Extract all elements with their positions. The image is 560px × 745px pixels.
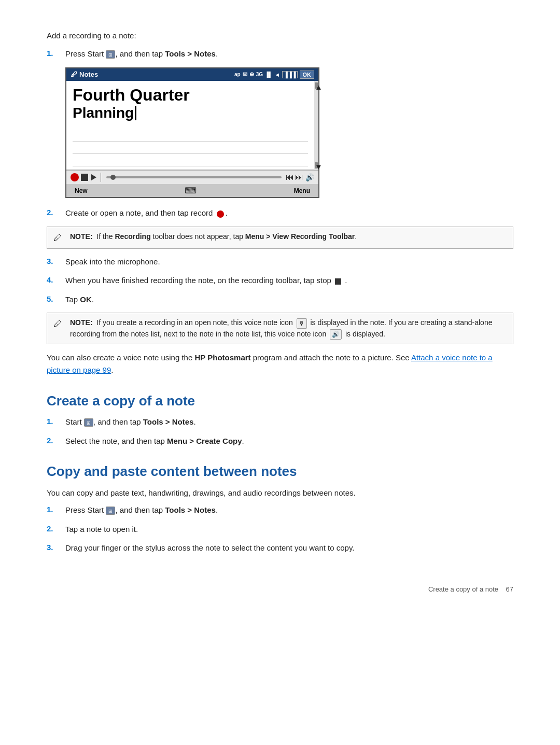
step-3: 3. Speak into the microphone. <box>47 256 513 268</box>
copy-paste-step-1-content: Press Start ⊞, and then tap Tools > Note… <box>65 504 513 516</box>
note-box-1-content: NOTE: If the Recording toolbar does not … <box>70 231 357 242</box>
skip-back-icon[interactable]: ⏮ <box>286 173 294 182</box>
section-heading-copy-paste: Copy and paste content between notes <box>47 463 513 480</box>
device-bottombar: New ⌨ Menu <box>66 184 318 197</box>
copy-paste-step-3-content: Drag your finger or the stylus across th… <box>65 542 513 554</box>
note-line-3 <box>73 154 308 166</box>
start-icon: ⊞ <box>106 50 115 59</box>
message-icon: ✉ <box>243 71 247 78</box>
bluetooth-icon: ⊕ <box>249 71 254 78</box>
keyboard-icon[interactable]: ⌨ <box>185 186 197 195</box>
step-2: 2. Create or open a note, and then tap r… <box>47 207 513 219</box>
stop-inline-icon <box>335 278 341 285</box>
playback-slider[interactable] <box>106 176 282 178</box>
scrollbar-up-arrow[interactable]: ▲ <box>315 82 318 89</box>
note-box-icon: 🖊 <box>53 231 65 244</box>
copy-paste-step-2: 2. Tap a note to open it. <box>47 524 513 536</box>
stop-button[interactable] <box>81 174 88 181</box>
note-title: Fourth Quarter <box>73 86 308 104</box>
create-copy-step-1-number: 1. <box>47 416 65 426</box>
step-3-content: Speak into the microphone. <box>65 256 513 268</box>
step-4-number: 4. <box>47 275 65 284</box>
skip-forward-icon[interactable]: ⏭ <box>295 173 303 182</box>
step-5: 5. Tap OK. <box>47 294 513 306</box>
copy-paste-step-2-number: 2. <box>47 524 65 533</box>
step-2-number: 2. <box>47 207 65 217</box>
start-icon-2: ⊞ <box>84 418 93 427</box>
ok-button[interactable]: OK <box>300 71 315 79</box>
divider <box>101 173 101 182</box>
note-line-2 <box>73 142 308 154</box>
note-box-1: 🖊 NOTE: If the Recording toolbar does no… <box>47 227 513 249</box>
signal-icon: ap <box>234 72 241 77</box>
create-copy-step-1-content: Start ⊞, and then tap Tools > Notes. <box>65 416 513 428</box>
copy-paste-step-2-content: Tap a note to open it. <box>65 524 513 536</box>
text-cursor <box>135 106 136 120</box>
copy-paste-step-1-number: 1. <box>47 504 65 514</box>
voice-note-icon-2: 🔊 <box>330 329 342 340</box>
note-subtitle: Planning <box>73 105 308 121</box>
section-heading-create-copy: Create a copy of a note <box>47 393 513 409</box>
start-icon-3: ⊞ <box>106 507 115 515</box>
device-lines <box>73 129 308 166</box>
voice-note-icon-1: 🎙 <box>297 318 307 329</box>
audio-icon: ◄ <box>274 72 280 78</box>
note-box-2-content: NOTE: If you create a recording in an op… <box>70 317 507 340</box>
signal-bars-icon: ▐▌ <box>265 72 272 77</box>
page-footer: Create a copy of a note 67 <box>47 585 513 593</box>
note-line-1 <box>73 129 308 142</box>
menu-button[interactable]: Menu <box>294 187 310 194</box>
note-box-2: 🖊 NOTE: If you create a recording in an … <box>47 313 513 344</box>
photosmart-text: You can also create a voice note using t… <box>47 352 513 376</box>
copy-paste-step-3-number: 3. <box>47 542 65 552</box>
device-title: 🖊Notes <box>71 71 98 78</box>
device-titlebar-icons: ap ✉ ⊕ 3G ▐▌ ◄ ▐▐▐ OK <box>234 71 314 79</box>
step-2-content: Create or open a note, and then tap reco… <box>65 207 513 219</box>
create-copy-step-2: 2. Select the note, and then tap Menu > … <box>47 435 513 447</box>
device-body-wrapper: Fourth Quarter Planning ▲ ▼ <box>66 81 318 171</box>
device-screenshot: 🖊Notes ap ✉ ⊕ 3G ▐▌ ◄ ▐▐▐ OK Fourth Quar… <box>65 67 319 199</box>
device-body-main: Fourth Quarter Planning <box>66 81 314 171</box>
step-4-content: When you have finished recording the not… <box>65 275 513 287</box>
play-button[interactable] <box>91 174 96 180</box>
copy-paste-intro-text: You can copy and paste text, handwriting… <box>47 487 513 499</box>
device-body: Fourth Quarter Planning <box>66 81 314 171</box>
create-copy-step-2-number: 2. <box>47 435 65 445</box>
step-4: 4. When you have finished recording the … <box>47 275 513 287</box>
record-inline-icon <box>217 210 224 218</box>
new-button[interactable]: New <box>75 187 88 194</box>
footer-text: Create a copy of a note 67 <box>428 585 513 593</box>
create-copy-step-1: 1. Start ⊞, and then tap Tools > Notes. <box>47 416 513 428</box>
recording-toolbar: ⏮ ⏭ 🔊 <box>66 170 318 184</box>
create-copy-step-2-content: Select the note, and then tap Menu > Cre… <box>65 435 513 447</box>
device-titlebar: 🖊Notes ap ✉ ⊕ 3G ▐▌ ◄ ▐▐▐ OK <box>66 68 318 81</box>
network-icon: 3G <box>256 72 263 77</box>
step-3-number: 3. <box>47 256 65 265</box>
record-button[interactable] <box>71 173 79 181</box>
skip-buttons: ⏮ ⏭ <box>286 173 303 182</box>
step-1: 1. Press Start ⊞, and then tap Tools > N… <box>47 48 513 60</box>
copy-paste-step-1: 1. Press Start ⊞, and then tap Tools > N… <box>47 504 513 516</box>
intro-text: Add a recording to a note: <box>47 31 513 40</box>
step-1-number: 1. <box>47 48 65 58</box>
step-1-content: Press Start ⊞, and then tap Tools > Note… <box>65 48 513 60</box>
scrollbar-down-arrow[interactable]: ▼ <box>315 162 318 168</box>
scrollbar-track[interactable]: ▲ ▼ <box>314 81 318 171</box>
speaker-icon[interactable]: 🔊 <box>305 173 314 181</box>
slider-thumb[interactable] <box>110 175 116 180</box>
copy-paste-step-3: 3. Drag your finger or the stylus across… <box>47 542 513 554</box>
note-box-2-icon: 🖊 <box>53 317 65 330</box>
step-5-content: Tap OK. <box>65 294 513 306</box>
battery-icon: ▐▐▐ <box>282 71 297 78</box>
step-5-number: 5. <box>47 294 65 303</box>
